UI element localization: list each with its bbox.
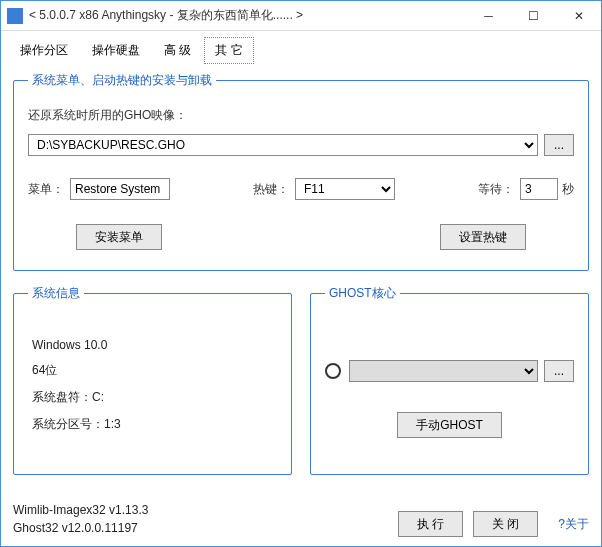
sysinfo-os: Windows 10.0 [32,338,277,352]
footer-info: Wimlib-Imagex32 v1.13.3 Ghost32 v12.0.0.… [13,501,398,537]
maximize-button[interactable]: ☐ [511,1,556,30]
footer-wimlib: Wimlib-Imagex32 v1.13.3 [13,501,398,519]
hotkey-select[interactable]: F11 [295,178,395,200]
tab-bar: 操作分区 操作硬盘 高 级 其 它 [1,31,601,64]
ghost-radio[interactable] [325,363,341,379]
tab-advanced[interactable]: 高 级 [153,37,202,64]
ghost-legend: GHOST核心 [325,285,400,302]
sysinfo-bits: 64位 [32,362,277,379]
titlebar: < 5.0.0.7 x86 Anythingsky - 复杂的东西简单化....… [1,1,601,31]
footer-ghost32: Ghost32 v12.0.0.11197 [13,519,398,537]
gho-browse-button[interactable]: ... [544,134,574,156]
wait-unit: 秒 [562,181,574,198]
gho-path-select[interactable]: D:\SYBACKUP\RESC.GHO [28,134,538,156]
gho-label: 还原系统时所用的GHO映像： [28,107,187,124]
about-link[interactable]: ?关于 [558,516,589,533]
tab-partition[interactable]: 操作分区 [9,37,79,64]
manual-ghost-button[interactable]: 手动GHOST [397,412,502,438]
menu-input[interactable] [70,178,170,200]
hotkey-label: 热键： [253,181,289,198]
close-app-button[interactable]: 关 闭 [473,511,538,537]
minimize-button[interactable]: ─ [466,1,511,30]
group-menu-hotkey-legend: 系统菜单、启动热键的安装与卸载 [28,72,216,89]
wait-input[interactable] [520,178,558,200]
app-icon [7,8,23,24]
wait-label: 等待： [478,181,514,198]
menu-label: 菜单： [28,181,64,198]
group-sysinfo: 系统信息 Windows 10.0 64位 系统盘符：C: 系统分区号：1:3 [13,285,292,475]
window-title: < 5.0.0.7 x86 Anythingsky - 复杂的东西简单化....… [29,7,466,24]
install-menu-button[interactable]: 安装菜单 [76,224,162,250]
ghost-browse-button[interactable]: ... [544,360,574,382]
sysinfo-legend: 系统信息 [28,285,84,302]
execute-button[interactable]: 执 行 [398,511,463,537]
tab-disk[interactable]: 操作硬盘 [81,37,151,64]
ghost-select[interactable] [349,360,538,382]
group-menu-hotkey: 系统菜单、启动热键的安装与卸载 还原系统时所用的GHO映像： D:\SYBACK… [13,72,589,271]
close-button[interactable]: ✕ [556,1,601,30]
tab-other[interactable]: 其 它 [204,37,253,64]
sysinfo-partition: 系统分区号：1:3 [32,416,277,433]
set-hotkey-button[interactable]: 设置热键 [440,224,526,250]
group-ghost: GHOST核心 ... 手动GHOST [310,285,589,475]
sysinfo-drive: 系统盘符：C: [32,389,277,406]
